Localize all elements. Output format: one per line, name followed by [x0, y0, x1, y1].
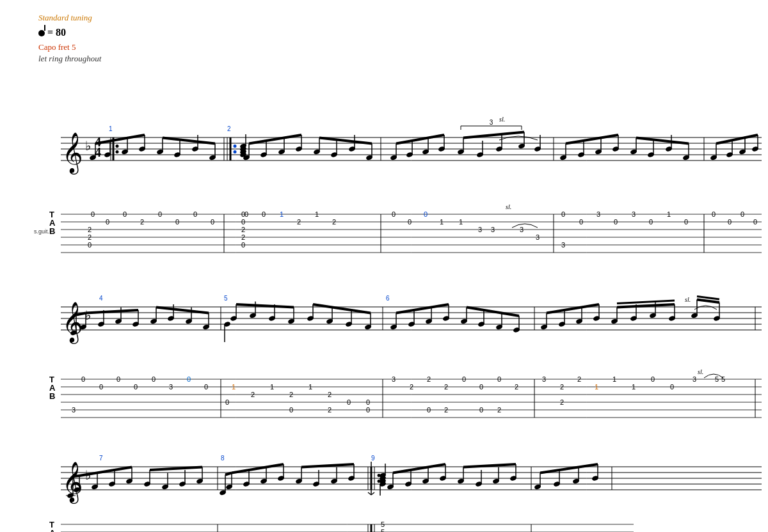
tempo-display: = 80 [38, 27, 101, 38]
capo-label: Capo fret 5 [38, 42, 101, 52]
tuning-label: Standard tuning [38, 13, 101, 23]
quarter-note-icon [38, 30, 45, 36]
let-ring-label: let ring throughout [38, 54, 101, 64]
music-score-canvas [26, 13, 768, 532]
header-info: Standard tuning = 80 Capo fret 5 let rin… [38, 13, 101, 64]
tempo-value: = 80 [47, 27, 66, 38]
page: Standard tuning = 80 Capo fret 5 let rin… [0, 0, 768, 532]
